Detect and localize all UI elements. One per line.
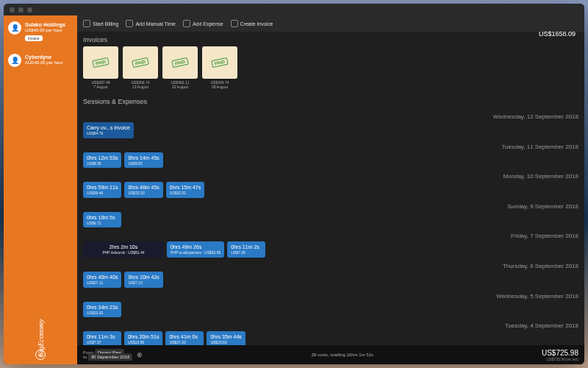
session-block[interactable]: 0hrs 35m 44sUS$23.82 (207, 331, 245, 345)
session-block[interactable]: 0hrs 48m 45sUS$32.50 (124, 182, 162, 198)
session-amount: PHP Adwords : US$81.44 (87, 250, 160, 255)
footer-total: US$725.98 (542, 349, 578, 357)
minimize-icon[interactable] (18, 7, 24, 13)
paid-stamp: PAID (211, 57, 228, 68)
paid-stamp: PAID (92, 57, 109, 68)
session-amount: US$13.90 (128, 340, 159, 345)
client-name: Cyberdyne (25, 54, 63, 60)
day-heading: Sunday, 9 September 2018 (83, 201, 578, 212)
invoice-icon (231, 20, 238, 27)
session-block[interactable]: 0hrs 11m 3sUS$7.37 (83, 331, 121, 345)
invoices-heading: Invoices (77, 32, 584, 46)
session-duration: 0hrs 34m 23s (87, 304, 118, 311)
session-block[interactable]: 0hrs 14m 45sUS$9.83 (124, 152, 162, 169)
session-amount: US$7.35 (231, 250, 262, 255)
sessions-row: 0hrs 12m 53sUS$8.580hrs 14m 45sUS$9.83 (83, 152, 578, 169)
session-duration: 2hrs 2m 10s (87, 244, 160, 250)
invoice-card[interactable]: PAIDUS$462.1122 August (162, 46, 198, 89)
start-billing-button[interactable]: Start Billing (83, 20, 118, 27)
timer-icon (83, 20, 90, 27)
expense-icon (183, 20, 190, 27)
session-amount: US$7.13 (128, 280, 159, 286)
client-rate: AUD40.00 per hour (25, 60, 63, 66)
session-duration: 0hrs 59m 11s (87, 184, 118, 191)
client-item[interactable]: 👤CyberdyneAUD40.00 per hour (4, 48, 77, 73)
sessions-heading: Sessions & Expenses (77, 93, 584, 108)
session-amount: US$32.50 (128, 191, 159, 196)
day-heading: Thursday, 6 September 2018 (83, 261, 578, 272)
avatar: 👤 (8, 21, 21, 35)
invoice-date: 28 August (202, 85, 237, 89)
session-amount: US$22.92 (87, 311, 118, 316)
sidebar: 👤Sulako HoldingsUS$40.00 per hourinvoice… (4, 15, 77, 364)
invoice-card[interactable]: PAIDUS$287.487 August (83, 46, 118, 89)
session-block[interactable]: 2hrs 2m 10sPHP Adwords : US$81.44 (83, 241, 164, 258)
app-window: 👤Sulako HoldingsUS$40.00 per hourinvoice… (4, 4, 584, 364)
session-block[interactable]: 0hrs 15m 47sUS$10.52 (166, 182, 204, 198)
session-duration: 0hrs 15m 47s (170, 184, 201, 191)
session-duration: 0hrs 12m 53s (87, 155, 118, 161)
create-invoice-button[interactable]: Create invoice (231, 20, 273, 27)
to-date-select[interactable]: 30 September 2018 (88, 353, 133, 361)
sessions-row: 0hrs 11m 3sUS$7.370hrs 20m 51sUS$13.900h… (83, 331, 578, 345)
day-heading: Wednesday, 5 September 2018 (83, 291, 578, 302)
session-amount: US$27.11 (87, 280, 118, 286)
paid-stamp: PAID (132, 57, 148, 68)
invoice-date: 7 August (83, 85, 118, 89)
invoice-date: 13 August (123, 85, 158, 89)
session-block[interactable]: 0hrs 10m 5sUS$6.72 (83, 212, 121, 228)
add-manual-time-button[interactable]: Add Manual Time (126, 20, 175, 27)
session-block[interactable]: 0hrs 11m 2sUS$7.35 (227, 241, 265, 258)
session-duration: 0hrs 11m 3s (87, 333, 118, 340)
session-duration: 0hrs 10m 5s (87, 214, 118, 221)
invoice-date: 22 August (162, 85, 198, 89)
sessions-row: 0hrs 40m 40sUS$27.110hrs 10m 42sUS$7.13 (83, 272, 578, 288)
session-amount: US$10.52 (170, 191, 201, 196)
globe-icon[interactable]: ⊕ (137, 351, 143, 358)
session-block[interactable]: 0hrs 10m 42sUS$7.13 (124, 272, 162, 288)
session-block[interactable]: 0hrs 59m 11sUS$39.46 (83, 182, 121, 198)
titlebar (4, 4, 584, 15)
session-duration: 0hrs 11m 2s (231, 244, 262, 250)
day-heading: Friday, 7 September 2018 (83, 230, 578, 241)
session-block[interactable]: 0hrs 20m 51sUS$13.90 (124, 331, 162, 345)
sessions-row: Carry ov...s invoiceUS$84.76 (83, 122, 578, 138)
invoice-card[interactable]: PAIDUS$306.7413 August (123, 46, 158, 89)
session-block[interactable]: 0hrs 40m 40sUS$27.11 (83, 272, 121, 288)
session-duration: 0hrs 49m 26s (171, 244, 220, 250)
add-expense-button[interactable]: Add Expense (183, 20, 223, 27)
close-icon[interactable] (10, 7, 15, 13)
session-block[interactable]: 0hrs 49m 26sPHP to eExpenses : US$32.95 (167, 241, 224, 258)
session-block[interactable]: 0hrs 12m 53sUS$8.58 (83, 152, 121, 169)
paid-stamp: PAID (171, 57, 188, 68)
day-heading: Tuesday, 4 September 2018 (83, 320, 578, 331)
session-amount: US$7.37 (87, 340, 118, 345)
client-item[interactable]: 👤Sulako HoldingsUS$40.00 per hourinvoice (4, 15, 77, 48)
invoices-row: PAIDUS$287.487 AugustPAIDUS$306.7413 Aug… (77, 46, 584, 93)
session-amount: US$23.82 (210, 340, 241, 345)
session-amount: US$9.83 (128, 161, 159, 166)
sessions-row: 2hrs 2m 10sPHP Adwords : US$81.440hrs 49… (83, 241, 578, 258)
sessions-list[interactable]: Wednesday, 12 September 2018Carry ov...s… (77, 108, 584, 345)
session-block[interactable]: Carry ov...s invoiceUS$84.76 (83, 122, 134, 138)
day-heading: Tuesday, 11 September 2018 (83, 141, 578, 152)
day-heading: Wednesday, 12 September 2018 (83, 111, 578, 122)
session-amount: US$27.33 (169, 340, 200, 345)
session-amount: US$84.76 (87, 131, 130, 136)
grand-total: US$1658.09 (539, 30, 576, 38)
zoom-icon[interactable] (27, 7, 32, 13)
session-duration: 0hrs 10m 42s (128, 274, 159, 280)
session-duration: 0hrs 35m 44s (210, 333, 241, 340)
plus-icon (126, 20, 133, 27)
add-client-button[interactable]: + (35, 350, 46, 360)
client-badge: invoice (25, 35, 43, 42)
toolbar: Start Billing Add Manual Time Add Expens… (77, 15, 584, 32)
session-amount: PHP to eExpenses : US$32.95 (171, 250, 220, 255)
invoice-card[interactable]: PAIDUS$434.7428 August (202, 46, 237, 89)
sessions-row: 0hrs 10m 5sUS$6.72 (83, 212, 578, 228)
session-block[interactable]: 0hrs 41m 0sUS$27.33 (165, 331, 204, 345)
session-amount: US$8.58 (87, 161, 118, 166)
session-block[interactable]: 0hrs 34m 23sUS$22.92 (83, 302, 121, 318)
avatar: 👤 (8, 54, 21, 67)
footer-summary: 28 costs, totalling 16hrs 1m 51s (147, 353, 537, 357)
